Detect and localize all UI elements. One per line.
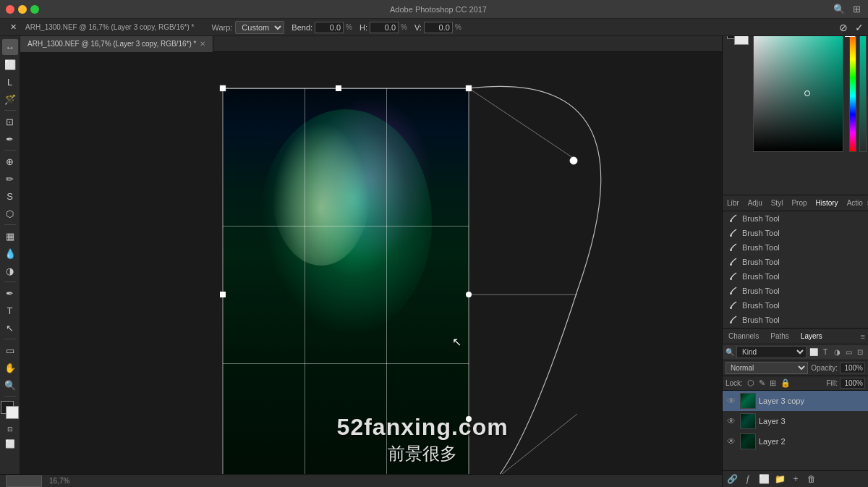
- new-group-button[interactable]: 📁: [773, 473, 786, 486]
- alpha-slider[interactable]: [859, 22, 867, 152]
- color-tools: [1, 401, 20, 420]
- tool-marquee[interactable]: ⬜: [2, 56, 18, 72]
- new-layer-button[interactable]: +: [789, 473, 802, 486]
- tool-heal[interactable]: ⊕: [2, 153, 18, 169]
- layer-item-layer3[interactable]: 👁 Layer 3: [723, 411, 868, 431]
- lock-all-icon[interactable]: 🔒: [780, 378, 791, 388]
- adj-layer-icon[interactable]: ◑: [832, 348, 842, 356]
- history-item[interactable]: Brush Tool: [723, 255, 868, 269]
- fill-label: Fill:: [826, 379, 838, 387]
- search-icon[interactable]: 🔍: [833, 4, 845, 15]
- history-item[interactable]: Brush Tool: [723, 240, 868, 255]
- opacity-row: Opacity:: [811, 363, 865, 373]
- history-item[interactable]: Brush Tool: [723, 298, 868, 313]
- blend-mode-select[interactable]: Normal: [726, 362, 808, 374]
- background-color[interactable]: [6, 406, 19, 419]
- tool-shape[interactable]: ▭: [2, 342, 18, 358]
- tool-move[interactable]: ↔: [2, 39, 18, 55]
- history-item[interactable]: Brush Tool: [723, 211, 868, 226]
- tool-quick-mask[interactable]: ⊡: [2, 424, 18, 434]
- history-item[interactable]: Brush Tool: [723, 226, 868, 240]
- history-item-label: Brush Tool: [742, 272, 780, 281]
- shape-layer-icon[interactable]: ▭: [843, 348, 854, 356]
- vgrid-1: [305, 88, 305, 487]
- maximize-button[interactable]: [30, 5, 39, 14]
- aurora-glow-white: [272, 122, 370, 266]
- tool-path-select[interactable]: ↖: [2, 320, 18, 336]
- opacity-label: Opacity:: [811, 364, 838, 372]
- warp-cancel-button[interactable]: ⊘: [839, 22, 848, 33]
- close-tab-button[interactable]: ✕: [4, 21, 22, 33]
- color-gradient-picker[interactable]: [753, 22, 843, 152]
- tool-crop[interactable]: ⊡: [2, 114, 18, 130]
- tool-divider-3: [4, 224, 16, 225]
- layers-panel-menu[interactable]: ≡: [861, 332, 868, 341]
- layer-visibility-icon[interactable]: 👁: [726, 396, 737, 406]
- link-layers-button[interactable]: 🔗: [726, 473, 739, 486]
- tool-hand[interactable]: ✋: [2, 360, 18, 376]
- smart-layer-icon[interactable]: ⊡: [855, 348, 865, 356]
- tool-eraser[interactable]: ⬡: [2, 206, 18, 221]
- tool-dodge[interactable]: ◑: [2, 263, 18, 279]
- fill-input[interactable]: [840, 378, 865, 389]
- layer-item-layer2[interactable]: 👁 Layer 2: [723, 431, 868, 452]
- canvas-area[interactable]: ↖ 52fanxing.com 前景很多: [20, 52, 722, 487]
- warp-confirm-button[interactable]: ✓: [855, 22, 864, 33]
- tool-lasso[interactable]: L: [2, 74, 18, 90]
- window-controls[interactable]: [6, 5, 39, 14]
- layer-visibility-icon[interactable]: 👁: [726, 436, 737, 446]
- tab-channels[interactable]: Channels: [723, 331, 765, 342]
- add-style-button[interactable]: ƒ: [741, 473, 754, 486]
- v-input[interactable]: [424, 22, 453, 33]
- tool-zoom[interactable]: 🔍: [2, 377, 18, 393]
- layer-visibility-icon[interactable]: 👁: [726, 416, 737, 426]
- history-item[interactable]: Brush Tool: [723, 284, 868, 298]
- tab-actio[interactable]: Actio: [843, 198, 867, 208]
- lock-move-icon[interactable]: ✎: [759, 378, 765, 388]
- pixel-layer-icon[interactable]: ⬜: [809, 348, 819, 356]
- history-item[interactable]: Brush Tool: [723, 269, 868, 284]
- minimize-button[interactable]: [18, 5, 27, 14]
- document-tab[interactable]: ARH_1300.NEF @ 16,7% (Layer 3 copy, RGB/…: [20, 36, 213, 52]
- tool-eyedropper[interactable]: ✒: [2, 131, 18, 147]
- layer-item-layer3copy[interactable]: 👁 Layer 3 copy: [723, 391, 868, 411]
- lock-label: Lock:: [726, 379, 743, 387]
- opacity-input[interactable]: [840, 363, 865, 373]
- tab-libr[interactable]: Libr: [723, 198, 744, 208]
- delete-layer-button[interactable]: 🗑: [805, 473, 818, 486]
- tool-brush[interactable]: ✏: [2, 171, 18, 187]
- h-input[interactable]: [370, 22, 399, 33]
- lock-artboard-icon[interactable]: ⊞: [770, 378, 776, 388]
- close-button[interactable]: [6, 5, 14, 14]
- title-bar: Adobe Photoshop CC 2017 🔍 ⊞: [0, 0, 868, 19]
- v-unit: %: [455, 23, 461, 31]
- type-layer-icon[interactable]: T: [820, 348, 830, 356]
- brush-tool-icon: [728, 286, 739, 296]
- tool-type[interactable]: T: [2, 302, 18, 318]
- tool-blur[interactable]: 💧: [2, 245, 18, 261]
- lock-pixels-icon[interactable]: ⬡: [747, 378, 754, 388]
- tab-paths[interactable]: Paths: [765, 331, 795, 342]
- left-toolbar: ↔ ⬜ L 🪄 ⊡ ✒ ⊕ ✏ S ⬡ ▦ 💧 ◑ ✒ T ↖ ▭ ✋ 🔍 ⊡ …: [0, 36, 20, 487]
- tab-close-button[interactable]: ✕: [200, 40, 205, 48]
- history-item[interactable]: Brush Tool: [723, 313, 868, 327]
- tab-prop[interactable]: Prop: [787, 198, 811, 208]
- app-title: Adobe Photoshop CC 2017: [48, 5, 829, 14]
- resize-icon[interactable]: ⊞: [851, 4, 862, 15]
- layer-name: Layer 3 copy: [759, 397, 865, 405]
- tool-gradient[interactable]: ▦: [2, 228, 18, 244]
- tool-screen-mode[interactable]: ⬜: [2, 436, 18, 452]
- hue-slider[interactable]: [849, 22, 856, 152]
- tab-styl[interactable]: Styl: [767, 198, 788, 208]
- warp-mode-select[interactable]: Custom: [235, 21, 284, 34]
- tab-adju[interactable]: Adju: [744, 198, 767, 208]
- layer-thumbnail: [740, 433, 756, 449]
- tool-quick-select[interactable]: 🪄: [2, 91, 18, 107]
- layers-kind-filter[interactable]: Kind: [736, 346, 807, 358]
- tool-stamp[interactable]: S: [2, 188, 18, 204]
- tool-pen[interactable]: ✒: [2, 285, 18, 301]
- bend-input[interactable]: [315, 22, 344, 33]
- tab-layers[interactable]: Layers: [795, 331, 828, 342]
- tab-history[interactable]: History: [812, 198, 843, 208]
- add-mask-button[interactable]: ⬜: [757, 473, 770, 486]
